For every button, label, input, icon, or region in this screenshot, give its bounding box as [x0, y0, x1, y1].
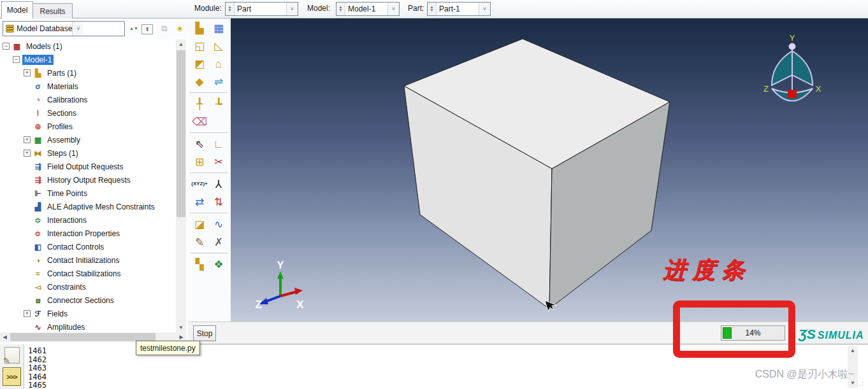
tree-item-field-output-requests[interactable]: +⇶Field Output Requests: [0, 160, 176, 173]
tab-model[interactable]: Model: [1, 1, 33, 18]
mirror-part-button[interactable]: ⇌: [209, 73, 228, 90]
select-entities-button[interactable]: ⇖: [190, 136, 209, 152]
tree-item-calibrations[interactable]: +◔Calibrations: [0, 93, 176, 106]
tree-item-assembly[interactable]: +▦Assembly: [0, 133, 176, 146]
view-compass[interactable]: Y Z X: [763, 33, 821, 101]
lightbulb-icon[interactable]: ☀: [173, 23, 186, 34]
partition-edge-button[interactable]: ┺: [209, 95, 228, 112]
tree-item-label[interactable]: Contact Controls: [45, 242, 106, 252]
edit-feature-button[interactable]: ✎: [190, 234, 209, 250]
chevron-down-icon[interactable]: ˅: [479, 3, 490, 15]
tab-results[interactable]: Results: [33, 3, 73, 18]
scrollbar-thumb[interactable]: [177, 50, 185, 217]
tree-item-fields[interactable]: +ℱFields: [0, 307, 176, 320]
create-solid-extrude-button[interactable]: ◱: [190, 38, 209, 54]
tree-item-label[interactable]: Field Output Requests: [45, 162, 125, 172]
tree-item-contact-stabilizations[interactable]: +≈Contact Stabilizations: [0, 267, 176, 280]
scrollbar-thumb[interactable]: [10, 333, 156, 341]
tree-item-label[interactable]: Assembly: [45, 135, 82, 145]
tree-item-profiles[interactable]: +⊕Profiles: [0, 120, 176, 133]
tree-item-label[interactable]: Calibrations: [45, 95, 89, 105]
tree-item-label[interactable]: Interactions: [45, 215, 89, 225]
spinner-icon[interactable]: ▲▼: [336, 3, 345, 15]
scroll-down-icon[interactable]: ▼: [176, 323, 186, 332]
tree-item-label[interactable]: Fields: [45, 309, 69, 319]
create-datum-csys-button[interactable]: ∟: [209, 136, 228, 152]
create-shell-extrude-button[interactable]: ◺: [209, 38, 228, 54]
tree-item-label[interactable]: Materials: [45, 81, 80, 92]
tree-item-label[interactable]: Contact Stabilizations: [45, 269, 122, 279]
folder-up-icon[interactable]: ⬆: [141, 24, 153, 34]
cut-geometry-button[interactable]: ✂: [209, 153, 228, 170]
translate-button[interactable]: ⇄: [190, 194, 209, 210]
tree-item-model-1[interactable]: −Model-1: [0, 53, 176, 66]
tree-item-label[interactable]: Amplitudes: [45, 322, 87, 332]
tree-item-label[interactable]: Interaction Properties: [45, 229, 122, 239]
tree-item-contact-initializations[interactable]: +◑Contact Initializations: [0, 253, 176, 267]
spinner-icon[interactable]: ▲▼: [428, 3, 437, 15]
part-manager-button[interactable]: ▦: [209, 20, 228, 36]
scroll-up-icon[interactable]: ▲: [176, 39, 186, 49]
copy-part-button[interactable]: ⊞: [190, 153, 209, 170]
tree-item-label[interactable]: History Output Requests: [45, 175, 133, 185]
partition-face-sketch-button[interactable]: ◪: [190, 216, 209, 232]
tree-item-connector-sections[interactable]: +⧈Connector Sections: [0, 294, 176, 307]
model-database-select[interactable]: Model Database ˅: [3, 21, 125, 36]
tree-item-contact-controls[interactable]: +◧Contact Controls: [0, 240, 176, 253]
tree-expander-icon[interactable]: +: [24, 310, 31, 317]
tree-item-parts[interactable]: +▙Parts (1): [0, 66, 176, 80]
pattern-part-button[interactable]: ▚: [190, 256, 209, 272]
tree-item-label[interactable]: Connector Sections: [45, 295, 116, 306]
chevron-down-icon[interactable]: ˅: [387, 3, 399, 15]
scroll-up-icon[interactable]: ▲: [848, 346, 858, 355]
create-cut-extrude-button[interactable]: ⌂: [209, 55, 228, 72]
tree-expander-icon[interactable]: −: [3, 43, 10, 50]
spinner-icon[interactable]: ▲▼: [127, 23, 140, 34]
tree-item-sections[interactable]: +ISections: [0, 106, 176, 120]
link-model-icon[interactable]: ⧉: [158, 23, 171, 34]
composite-layup-button[interactable]: ❖: [209, 256, 228, 272]
remove-cells-button[interactable]: ⌫: [190, 113, 209, 130]
query-tools-button[interactable]: ✗: [209, 234, 228, 250]
tree-item-constraints[interactable]: +◅Constraints: [0, 280, 176, 294]
tree-item-materials[interactable]: +σMaterials: [0, 80, 176, 93]
tree-item-ale-adaptive-mesh-constraints[interactable]: +▟ALE Adaptive Mesh Constraints: [0, 200, 176, 213]
tree-vertical-scrollbar[interactable]: ▲ ▼: [176, 39, 186, 332]
part-cube[interactable]: [404, 39, 670, 309]
spinner-icon[interactable]: ▲▼: [226, 3, 235, 15]
partition-cell-button[interactable]: ╀: [190, 95, 209, 112]
tree-item-history-output-requests[interactable]: +⇶History Output Requests: [0, 173, 176, 187]
tree-item-label[interactable]: Model-1: [22, 55, 54, 65]
vertical-axis-button[interactable]: ⇅: [209, 194, 228, 210]
chevron-down-icon[interactable]: ˅: [286, 3, 298, 15]
tree-item-interactions[interactable]: +≎Interactions: [0, 213, 176, 227]
create-part-button[interactable]: ▙: [190, 20, 209, 36]
module-select[interactable]: ▲▼ Part ˅: [225, 2, 298, 16]
tree-item-label[interactable]: Sections: [45, 108, 78, 118]
tree-expander-icon[interactable]: +: [24, 150, 31, 157]
tree-item-amplitudes[interactable]: +∿Amplitudes: [0, 320, 176, 332]
tree-item-label[interactable]: Models (1): [24, 41, 64, 52]
datum-point-xyz-button[interactable]: (XYZ)+: [190, 176, 209, 192]
tree-item-interaction-properties[interactable]: +≎Interaction Properties: [0, 227, 176, 240]
tree-expander-icon[interactable]: −: [13, 56, 20, 63]
tree-item-label[interactable]: ALE Adaptive Mesh Constraints: [45, 202, 157, 212]
model-select[interactable]: ▲▼ Model-1 ˅: [336, 2, 400, 16]
tree-item-label[interactable]: Time Points: [45, 188, 89, 199]
tree-item-label[interactable]: Profiles: [45, 122, 75, 132]
scroll-left-icon[interactable]: ◀: [0, 332, 10, 342]
tree-item-label[interactable]: Steps (1): [45, 148, 80, 159]
tree-item-label[interactable]: Contact Initializations: [45, 255, 121, 265]
part-select[interactable]: ▲▼ Part-1 ˅: [427, 2, 491, 16]
chevron-down-icon[interactable]: ˅: [72, 22, 83, 36]
message-area-icon[interactable]: ✎: [4, 347, 20, 364]
datum-axis-button[interactable]: ⅄: [209, 176, 228, 192]
stop-button[interactable]: Stop: [193, 325, 216, 341]
tree-expander-icon[interactable]: +: [24, 136, 31, 143]
command-line-icon[interactable]: >>>: [3, 367, 21, 386]
create-round-fillet-button[interactable]: ◆: [190, 73, 209, 90]
tree-expander-icon[interactable]: +: [24, 69, 31, 76]
cli-scrollbar[interactable]: ▲ ▼: [848, 346, 858, 388]
resize-grip[interactable]: .:: [859, 380, 864, 387]
tree-item-label[interactable]: Constraints: [45, 282, 88, 292]
